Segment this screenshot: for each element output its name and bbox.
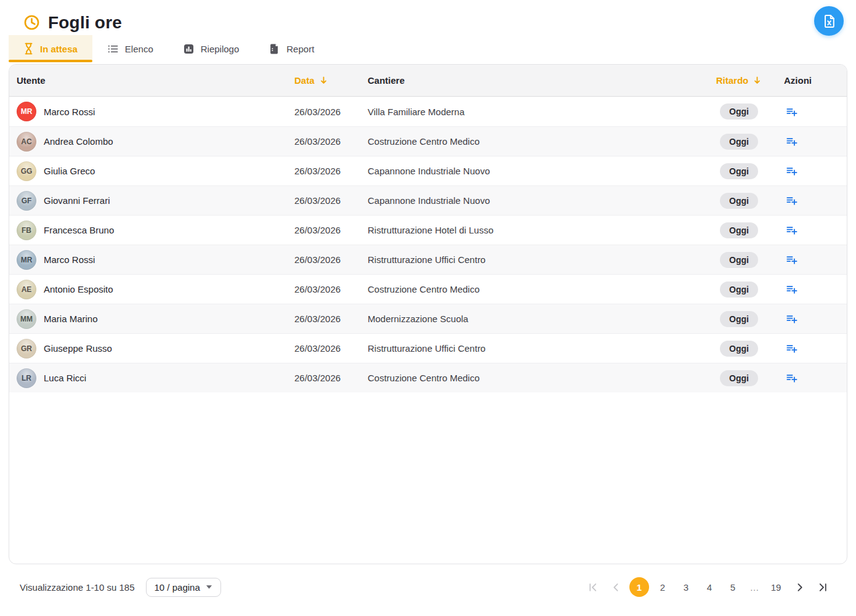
- pagination: 12345…19: [583, 577, 833, 597]
- page-numbers: 12345…19: [629, 577, 786, 597]
- list-icon: [107, 43, 119, 55]
- user-name: Luca Ricci: [44, 373, 86, 383]
- playlist-add-icon: [785, 135, 798, 148]
- excel-file-icon: [822, 14, 837, 29]
- delay-badge: Oggi: [720, 163, 758, 179]
- first-page-icon: [587, 582, 598, 593]
- results-summary: Visualizzazione 1-10 su 185: [20, 582, 135, 593]
- table-row[interactable]: LR Luca Ricci 26/03/2026 Costruzione Cen…: [9, 363, 847, 392]
- export-excel-button[interactable]: [814, 6, 844, 36]
- previous-page-button[interactable]: [606, 577, 626, 597]
- page-button-4[interactable]: 4: [700, 577, 719, 597]
- chevron-left-icon: [611, 582, 621, 593]
- bar-chart-icon: [183, 43, 195, 55]
- page-button-3[interactable]: 3: [676, 577, 696, 597]
- table-row[interactable]: FB Francesca Bruno 26/03/2026 Ristruttur…: [9, 215, 847, 245]
- playlist-add-icon: [785, 224, 798, 237]
- hourglass-icon: [23, 43, 34, 55]
- user-name: Maria Marino: [44, 314, 98, 324]
- site-cell: Costruzione Centro Medico: [368, 136, 698, 147]
- first-page-button[interactable]: [583, 577, 602, 597]
- table-row[interactable]: GR Giuseppe Russo 26/03/2026 Ristruttura…: [9, 333, 847, 363]
- app-header: Fogli ore: [0, 0, 856, 35]
- column-header-cantiere: Cantiere: [368, 75, 698, 86]
- delay-badge: Oggi: [720, 103, 758, 120]
- page-button-19[interactable]: 19: [766, 577, 786, 597]
- date-cell: 26/03/2026: [294, 225, 368, 235]
- user-name: Giovanni Ferrari: [44, 195, 110, 206]
- playlist-add-icon: [785, 283, 798, 296]
- user-avatar: GF: [17, 191, 36, 211]
- table-body: MR Marco Rossi 26/03/2026 Villa Familiar…: [9, 97, 847, 564]
- tab-elenco[interactable]: Elenco: [92, 35, 168, 62]
- page-button-5[interactable]: 5: [723, 577, 743, 597]
- playlist-add-icon: [785, 253, 798, 266]
- add-entry-button[interactable]: [784, 311, 799, 326]
- delay-badge: Oggi: [720, 252, 758, 268]
- date-cell: 26/03/2026: [294, 107, 368, 117]
- add-entry-button[interactable]: [784, 163, 799, 179]
- user-avatar: MM: [17, 309, 36, 329]
- delay-badge: Oggi: [720, 341, 758, 357]
- add-entry-button[interactable]: [784, 134, 799, 149]
- user-avatar: AC: [17, 132, 36, 152]
- add-entry-button[interactable]: [784, 104, 799, 120]
- add-entry-button[interactable]: [784, 341, 799, 356]
- tab-riepilogo[interactable]: Riepilogo: [168, 35, 254, 62]
- user-name: Marco Rossi: [44, 254, 95, 265]
- date-cell: 26/03/2026: [294, 284, 368, 294]
- table-row[interactable]: GF Giovanni Ferrari 26/03/2026 Capannone…: [9, 185, 847, 215]
- table-header: Utente Data Cantiere Ritardo Azioni: [9, 65, 847, 97]
- table-row[interactable]: MR Marco Rossi 26/03/2026 Villa Familiar…: [9, 97, 847, 126]
- site-cell: Costruzione Centro Medico: [368, 373, 698, 383]
- tab-label: Elenco: [125, 44, 153, 54]
- user-name: Antonio Esposito: [44, 284, 113, 294]
- delay-badge: Oggi: [720, 222, 758, 238]
- add-entry-button[interactable]: [784, 222, 799, 238]
- tab-label: In attesa: [40, 44, 78, 54]
- page-title: Fogli ore: [48, 13, 122, 33]
- playlist-add-icon: [785, 371, 798, 384]
- column-header-data[interactable]: Data: [294, 75, 368, 86]
- column-header-ritardo[interactable]: Ritardo: [698, 75, 780, 86]
- playlist-add-icon: [785, 164, 798, 177]
- tab-report[interactable]: Report: [254, 35, 329, 62]
- date-cell: 26/03/2026: [294, 343, 368, 354]
- page-button-2[interactable]: 2: [653, 577, 672, 597]
- playlist-add-icon: [785, 312, 798, 325]
- last-page-icon: [818, 582, 828, 593]
- table-row[interactable]: AE Antonio Esposito 26/03/2026 Costruzio…: [9, 274, 847, 304]
- add-entry-button[interactable]: [784, 193, 799, 208]
- delay-badge: Oggi: [720, 134, 758, 150]
- page-size-value: 10 / pagina: [155, 582, 200, 593]
- table-row[interactable]: MR Marco Rossi 26/03/2026 Ristrutturazio…: [9, 245, 847, 274]
- timesheet-table: Utente Data Cantiere Ritardo Azioni MR M…: [9, 64, 847, 564]
- user-name: Francesca Bruno: [44, 225, 114, 235]
- page-button-1[interactable]: 1: [629, 577, 649, 597]
- add-entry-button[interactable]: [784, 282, 799, 297]
- add-entry-button[interactable]: [784, 370, 799, 386]
- next-page-button[interactable]: [789, 577, 809, 597]
- table-row[interactable]: MM Maria Marino 26/03/2026 Modernizzazio…: [9, 304, 847, 333]
- playlist-add-icon: [785, 105, 798, 118]
- site-cell: Villa Familiare Moderna: [368, 107, 698, 117]
- site-cell: Capannone Industriale Nuovo: [368, 195, 698, 206]
- tab-bar: In attesa Elenco Riepilogo: [9, 35, 856, 62]
- delay-badge: Oggi: [720, 282, 758, 298]
- tab-label: Report: [286, 44, 314, 54]
- site-cell: Modernizzazione Scuola: [368, 314, 698, 324]
- date-cell: 26/03/2026: [294, 314, 368, 324]
- site-cell: Ristrutturazione Uffici Centro: [368, 343, 698, 354]
- page-size-select[interactable]: 10 / pagina: [146, 578, 221, 597]
- tab-in-attesa[interactable]: In attesa: [9, 35, 92, 62]
- add-entry-button[interactable]: [784, 252, 799, 267]
- playlist-add-icon: [785, 194, 798, 207]
- last-page-button[interactable]: [813, 577, 833, 597]
- user-name: Giuseppe Russo: [44, 343, 112, 354]
- sort-desc-icon: [319, 76, 328, 85]
- delay-badge: Oggi: [720, 370, 758, 386]
- playlist-add-icon: [785, 342, 798, 355]
- site-cell: Ristrutturazione Uffici Centro: [368, 254, 698, 265]
- table-row[interactable]: AC Andrea Colombo 26/03/2026 Costruzione…: [9, 126, 847, 156]
- table-row[interactable]: GG Giulia Greco 26/03/2026 Capannone Ind…: [9, 156, 847, 185]
